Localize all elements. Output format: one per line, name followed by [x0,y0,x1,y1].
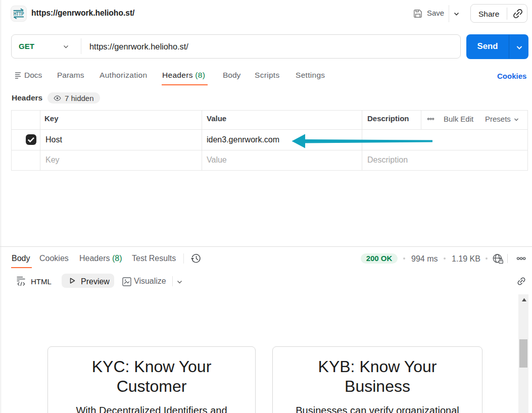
svg-text:HTTP: HTTP [14,11,24,17]
